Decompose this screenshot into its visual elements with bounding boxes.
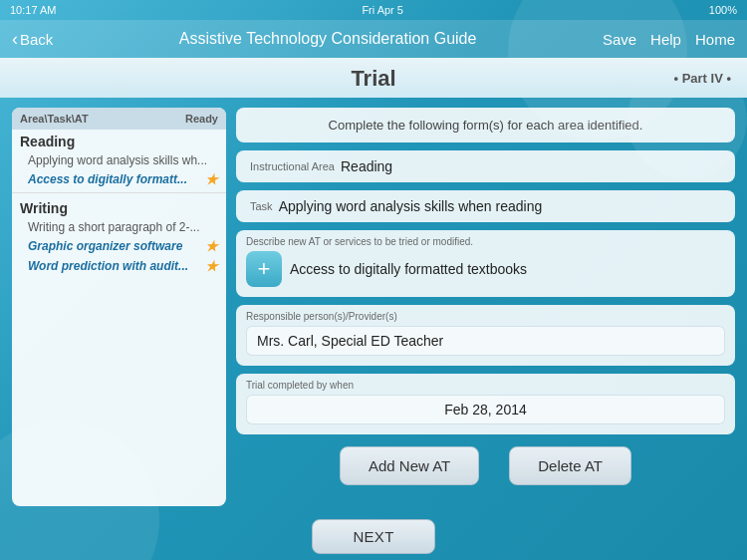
- sidebar-section-writing: Writing: [12, 196, 226, 218]
- trial-date-label: Trial completed by when: [246, 380, 725, 391]
- button-row: Add New AT Delete AT: [236, 442, 735, 489]
- task-row: Task Applying word analysis skills when …: [236, 190, 735, 222]
- status-bar: 10:17 AM Fri Apr 5 100%: [0, 0, 747, 20]
- status-battery: 100%: [709, 4, 737, 16]
- sidebar-writing-at-1[interactable]: Graphic organizer software ★: [12, 236, 226, 256]
- at-description-label: Describe new AT or services to be tried …: [246, 236, 725, 247]
- instructional-area-label: Instructional Area: [250, 160, 335, 172]
- star-icon: ★: [205, 171, 218, 187]
- at-description-content: + Access to digitally formatted textbook…: [246, 251, 725, 287]
- form-instruction: Complete the following form(s) for each …: [236, 108, 735, 142]
- responsible-group: Responsible person(s)/Provider(s) Mrs. C…: [236, 305, 735, 366]
- delete-at-button[interactable]: Delete AT: [509, 446, 631, 485]
- sidebar-writing-at-1-text: Graphic organizer software: [28, 239, 182, 253]
- sidebar-writing-at-2-text: Word prediction with audit...: [28, 259, 188, 273]
- add-new-at-button[interactable]: Add New AT: [340, 446, 479, 485]
- trial-date-input[interactable]: Feb 28, 2014: [246, 395, 725, 424]
- status-day: Fri Apr 5: [362, 4, 403, 16]
- sidebar-reading-at[interactable]: Access to digitally formatt... ★: [12, 169, 226, 189]
- task-label: Task: [250, 200, 273, 212]
- sidebar-reading-at-text: Access to digitally formatt...: [28, 172, 187, 186]
- back-label: Back: [20, 31, 53, 48]
- part-badge: • Part IV •: [673, 71, 731, 86]
- home-button[interactable]: Home: [695, 31, 735, 48]
- sidebar-writing-task[interactable]: Writing a short paragraph of 2-...: [12, 218, 226, 236]
- top-nav: ‹ Back Assistive Technology Consideratio…: [0, 20, 747, 58]
- chevron-left-icon: ‹: [12, 29, 18, 50]
- add-at-icon-button[interactable]: +: [246, 251, 282, 287]
- sidebar-writing-at-2[interactable]: Word prediction with audit... ★: [12, 256, 226, 276]
- sidebar-writing-task-text: Writing a short paragraph of 2-...: [28, 220, 200, 234]
- footer: NEXT: [0, 516, 747, 556]
- nav-title: Assistive Technology Consideration Guide: [179, 30, 477, 48]
- page-header: Trial • Part IV •: [0, 58, 747, 98]
- sidebar-section-reading: Reading: [12, 130, 226, 151]
- responsible-input[interactable]: Mrs. Carl, Special ED Teacher: [246, 326, 725, 356]
- trial-date-group: Trial completed by when Feb 28, 2014: [236, 374, 735, 434]
- sidebar-col1: Area\Task\AT: [20, 113, 89, 125]
- at-description-value: Access to digitally formatted textbooks: [290, 261, 527, 277]
- page-title: Trial: [351, 66, 395, 91]
- sidebar: Area\Task\AT Ready Reading Applying word…: [12, 108, 226, 506]
- main-content: Area\Task\AT Ready Reading Applying word…: [0, 98, 747, 516]
- sidebar-reading-task-text: Applying word analysis skills wh...: [28, 153, 207, 167]
- next-button[interactable]: NEXT: [312, 519, 434, 554]
- responsible-label: Responsible person(s)/Provider(s): [246, 311, 725, 322]
- back-button[interactable]: ‹ Back: [12, 29, 53, 50]
- form-panel: Complete the following form(s) for each …: [236, 108, 735, 506]
- task-value: Applying word analysis skills when readi…: [279, 198, 543, 214]
- save-button[interactable]: Save: [603, 31, 636, 48]
- instructional-area-row: Instructional Area Reading: [236, 150, 735, 182]
- at-description-group: Describe new AT or services to be tried …: [236, 230, 735, 297]
- status-time: 10:17 AM: [10, 4, 56, 16]
- nav-actions: Save Help Home: [603, 31, 735, 48]
- sidebar-reading-task[interactable]: Applying word analysis skills wh...: [12, 151, 226, 169]
- sidebar-header: Area\Task\AT Ready: [12, 108, 226, 130]
- star-icon-2: ★: [205, 238, 218, 254]
- help-button[interactable]: Help: [650, 31, 681, 48]
- instructional-area-value: Reading: [341, 158, 392, 174]
- star-icon-3: ★: [205, 258, 218, 274]
- sidebar-col2: Ready: [185, 113, 218, 125]
